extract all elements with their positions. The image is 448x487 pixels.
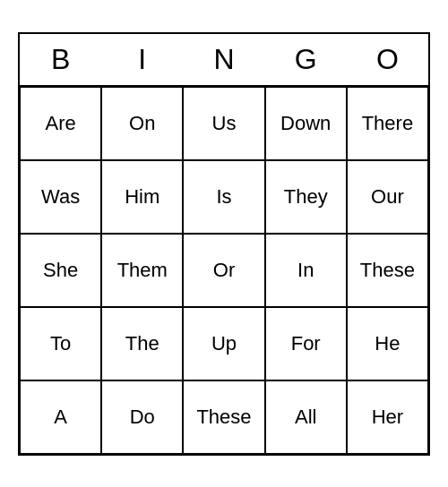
bingo-cell-r0-c1[interactable]: On [101, 87, 183, 160]
bingo-cell-r1-c1[interactable]: Him [101, 160, 183, 234]
bingo-cell-r0-c2[interactable]: Us [183, 87, 264, 160]
bingo-cell-r3-c3[interactable]: For [265, 307, 347, 380]
header-letter-b: B [20, 34, 101, 85]
bingo-cell-r3-c2[interactable]: Up [183, 307, 264, 380]
header-letter-o: O [347, 34, 428, 85]
bingo-cell-r0-c3[interactable]: Down [265, 87, 347, 160]
header-letter-i: I [101, 34, 183, 85]
bingo-cell-r1-c3[interactable]: They [265, 160, 347, 234]
bingo-cell-r2-c0[interactable]: She [20, 234, 101, 307]
bingo-grid: AreOnUsDownThereWasHimIsTheyOurSheThemOr… [20, 87, 428, 454]
bingo-cell-r4-c0[interactable]: A [20, 380, 101, 454]
bingo-cell-r0-c4[interactable]: There [347, 87, 428, 160]
bingo-cell-r4-c1[interactable]: Do [101, 380, 183, 454]
bingo-cell-r1-c0[interactable]: Was [20, 160, 101, 234]
header-letter-g: G [265, 34, 347, 85]
bingo-cell-r2-c4[interactable]: These [347, 234, 428, 307]
bingo-cell-r2-c2[interactable]: Or [183, 234, 264, 307]
bingo-cell-r4-c2[interactable]: These [183, 380, 264, 454]
bingo-cell-r3-c1[interactable]: The [101, 307, 183, 380]
bingo-header: BINGO [20, 34, 428, 87]
bingo-cell-r3-c4[interactable]: He [347, 307, 428, 380]
bingo-cell-r4-c3[interactable]: All [265, 380, 347, 454]
bingo-cell-r4-c4[interactable]: Her [347, 380, 428, 454]
bingo-cell-r2-c3[interactable]: In [265, 234, 347, 307]
bingo-cell-r1-c2[interactable]: Is [183, 160, 264, 234]
bingo-cell-r2-c1[interactable]: Them [101, 234, 183, 307]
header-letter-n: N [183, 34, 264, 85]
bingo-cell-r3-c0[interactable]: To [20, 307, 101, 380]
bingo-cell-r1-c4[interactable]: Our [347, 160, 428, 234]
bingo-card: BINGO AreOnUsDownThereWasHimIsTheyOurShe… [18, 32, 430, 456]
bingo-cell-r0-c0[interactable]: Are [20, 87, 101, 160]
